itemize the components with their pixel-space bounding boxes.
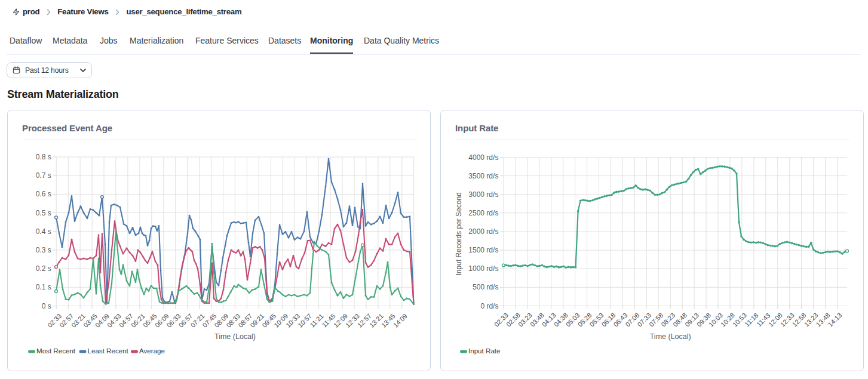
svg-text:2000 rd/s: 2000 rd/s [468, 227, 498, 236]
svg-text:0 rd/s: 0 rd/s [480, 302, 498, 310]
svg-text:0.3 s: 0.3 s [36, 246, 51, 254]
svg-text:500 rd/s: 500 rd/s [473, 283, 498, 291]
svg-text:3000 rd/s: 3000 rd/s [468, 190, 498, 199]
svg-text:0.8 s: 0.8 s [36, 153, 51, 161]
svg-text:14:13: 14:13 [827, 312, 844, 328]
svg-text:Least Recent: Least Recent [88, 347, 129, 355]
svg-text:Average: Average [139, 347, 165, 355]
svg-text:Input Rate: Input Rate [468, 347, 501, 355]
svg-text:Time (Local): Time (Local) [650, 332, 691, 341]
svg-text:0.6 s: 0.6 s [36, 190, 51, 198]
svg-text:4000 rd/s: 4000 rd/s [468, 153, 498, 162]
svg-text:Most Recent: Most Recent [36, 347, 76, 355]
svg-text:0.7 s: 0.7 s [36, 171, 51, 180]
svg-text:1000 rd/s: 1000 rd/s [468, 264, 498, 273]
svg-text:0 s: 0 s [42, 302, 51, 310]
svg-text:Input Records per Second: Input Records per Second [455, 192, 463, 275]
svg-text:0.5 s: 0.5 s [36, 209, 51, 217]
svg-text:1500 rd/s: 1500 rd/s [468, 246, 498, 254]
svg-text:0.2 s: 0.2 s [36, 264, 51, 273]
svg-text:0.1 s: 0.1 s [36, 283, 51, 291]
svg-text:2500 rd/s: 2500 rd/s [468, 209, 498, 217]
svg-text:3500 rd/s: 3500 rd/s [468, 172, 498, 180]
svg-text:Time (Local): Time (Local) [214, 332, 256, 341]
svg-text:14:09: 14:09 [392, 312, 409, 329]
svg-text:0.4 s: 0.4 s [36, 227, 51, 236]
